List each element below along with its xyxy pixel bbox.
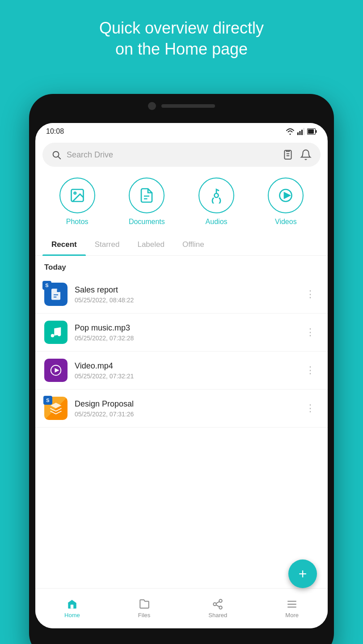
file-menu-pop-music[interactable]: ⋮ xyxy=(302,323,319,342)
nav-label-more: More xyxy=(285,612,299,619)
file-item-pop-music[interactable]: Pop music.mp3 05/25/2022, 07:32:28 ⋮ xyxy=(35,314,328,352)
file-info-sales-report: Sales report 05/25/2022, 08:48:22 xyxy=(75,285,295,304)
tab-starred[interactable]: Starred xyxy=(86,234,129,255)
svg-marker-24 xyxy=(55,368,59,373)
videos-label: Videos xyxy=(275,218,297,226)
file-info-pop-music: Pop music.mp3 05/25/2022, 07:32:28 xyxy=(75,323,295,342)
nav-label-home: Home xyxy=(64,612,80,619)
files-icon xyxy=(139,598,150,610)
file-date-design-proposal: 05/25/2022, 07:31:26 xyxy=(75,411,295,418)
file-date-sales-report: 05/25/2022, 08:48:22 xyxy=(75,297,295,304)
svg-rect-1 xyxy=(300,131,301,135)
tab-labeled[interactable]: Labeled xyxy=(128,234,173,255)
nav-label-shared: Shared xyxy=(208,612,227,619)
hero-line2: on the Home page xyxy=(36,39,327,60)
category-photos[interactable]: Photos xyxy=(59,178,95,226)
battery-icon xyxy=(307,128,317,135)
file-icon-doc: S xyxy=(44,283,68,306)
tabs-row: Recent Starred Labeled Offline xyxy=(35,234,328,256)
nav-item-files[interactable]: Files xyxy=(138,598,150,619)
svg-rect-3 xyxy=(304,128,305,135)
videos-circle xyxy=(268,178,304,213)
clipboard-icon[interactable] xyxy=(282,149,294,161)
signal-icon xyxy=(297,128,304,135)
audios-label: Audios xyxy=(206,218,228,226)
fab-add-button[interactable]: + xyxy=(288,559,317,588)
phone-speaker xyxy=(161,104,215,108)
file-menu-design-proposal[interactable]: ⋮ xyxy=(302,399,319,418)
status-time: 10:08 xyxy=(46,127,64,136)
search-placeholder: Search Drive xyxy=(67,150,113,160)
svg-line-30 xyxy=(216,602,219,603)
file-item-sales-report[interactable]: S Sales report 05/25/2022, 08:48:22 ⋮ xyxy=(35,275,328,314)
nav-item-shared[interactable]: Shared xyxy=(208,598,227,619)
nav-item-more[interactable]: More xyxy=(285,598,299,619)
file-icon-design: S xyxy=(44,397,68,420)
svg-point-26 xyxy=(219,599,223,602)
svg-line-8 xyxy=(58,157,60,159)
svg-point-28 xyxy=(219,606,223,609)
file-menu-sales-report[interactable]: ⋮ xyxy=(302,285,319,304)
photos-label: Photos xyxy=(66,218,89,226)
svg-rect-6 xyxy=(316,130,317,133)
documents-label: Documents xyxy=(129,218,165,226)
status-bar: 10:08 xyxy=(35,123,328,138)
phone-frame: 10:08 xyxy=(29,94,334,644)
file-item-video[interactable]: Video.mp4 05/25/2022, 07:32:21 ⋮ xyxy=(35,352,328,390)
tab-recent[interactable]: Recent xyxy=(42,234,86,255)
svg-marker-18 xyxy=(284,193,290,198)
svg-point-22 xyxy=(58,333,61,336)
file-icon-video xyxy=(44,359,68,382)
search-bar[interactable]: Search Drive xyxy=(42,143,321,167)
phone-top xyxy=(148,102,215,110)
section-today: Today xyxy=(35,256,328,275)
svg-rect-25 xyxy=(71,605,74,609)
wifi-icon xyxy=(286,128,295,135)
phone-camera xyxy=(148,102,156,110)
file-info-design-proposal: Design Proposal 05/25/2022, 07:31:26 xyxy=(75,399,295,418)
svg-rect-5 xyxy=(308,129,314,134)
file-name-design-proposal: Design Proposal xyxy=(75,399,295,409)
search-icon xyxy=(51,150,61,160)
svg-point-21 xyxy=(51,334,55,338)
file-menu-video[interactable]: ⋮ xyxy=(302,361,319,380)
svg-line-29 xyxy=(216,605,219,607)
photos-circle xyxy=(59,178,95,213)
file-info-video: Video.mp4 05/25/2022, 07:32:21 xyxy=(75,361,295,380)
file-item-design-proposal[interactable]: S Design Proposal 05/25/2022, 07:31:26 ⋮ xyxy=(35,390,328,428)
category-audios[interactable]: Audios xyxy=(198,178,234,226)
bottom-nav: Home Files Shared xyxy=(35,588,328,628)
file-date-video: 05/25/2022, 07:32:21 xyxy=(75,373,295,380)
category-documents[interactable]: Documents xyxy=(129,178,165,226)
svg-point-16 xyxy=(215,194,219,198)
audios-circle xyxy=(198,178,234,213)
hero-line1: Quick overview directly xyxy=(36,18,327,39)
notification-icon[interactable] xyxy=(300,149,312,161)
more-icon xyxy=(286,598,298,610)
nav-item-home[interactable]: Home xyxy=(64,598,80,619)
nav-label-files: Files xyxy=(138,612,150,619)
file-icon-audio xyxy=(44,321,68,344)
file-name-sales-report: Sales report xyxy=(75,285,295,295)
file-name-video: Video.mp4 xyxy=(75,361,295,371)
design-s-badge: S xyxy=(43,396,52,405)
file-date-pop-music: 05/25/2022, 07:32:28 xyxy=(75,335,295,342)
home-icon xyxy=(66,598,78,610)
documents-circle xyxy=(129,178,165,213)
categories-row: Photos Documents xyxy=(35,167,328,230)
hero-text: Quick overview directly on the Home page xyxy=(0,18,363,60)
svg-point-13 xyxy=(74,192,76,195)
file-list: Today S Sales report 05/25/2022, 08:48:2… xyxy=(35,256,328,428)
file-name-pop-music: Pop music.mp3 xyxy=(75,323,295,333)
phone-screen: 10:08 xyxy=(35,123,328,628)
category-videos[interactable]: Videos xyxy=(268,178,304,226)
tab-offline[interactable]: Offline xyxy=(173,234,213,255)
search-bar-inner: Search Drive xyxy=(51,150,277,160)
svg-rect-0 xyxy=(297,132,299,135)
svg-point-27 xyxy=(214,603,217,606)
shared-icon xyxy=(212,598,224,610)
status-icons xyxy=(286,128,317,135)
header-icons xyxy=(282,149,312,161)
svg-rect-2 xyxy=(301,130,303,135)
